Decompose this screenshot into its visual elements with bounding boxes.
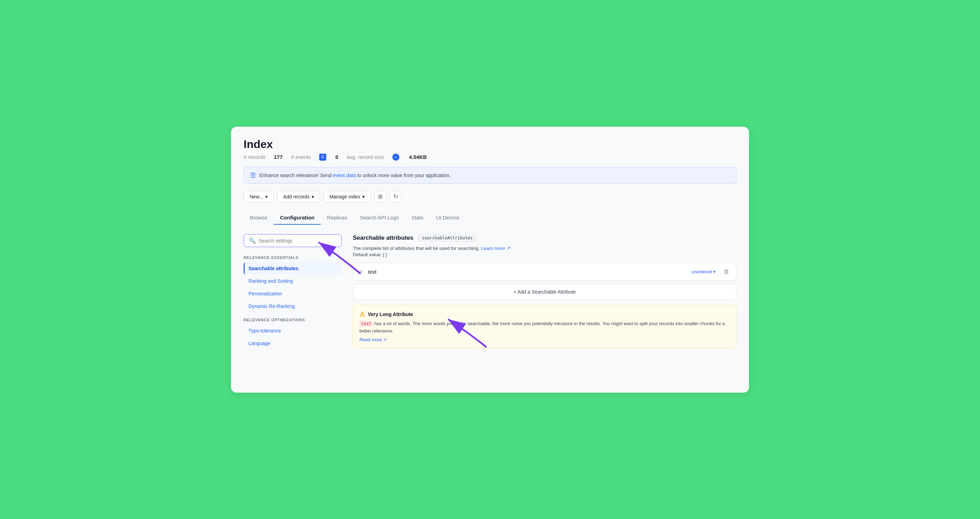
banner-icon: ☰ xyxy=(250,172,256,179)
read-more-link[interactable]: Read more ↗ xyxy=(360,337,387,342)
chevron-down-icon: ▾ xyxy=(713,269,716,274)
add-records-button[interactable]: Add records ▾ xyxy=(277,191,320,203)
tab-browse[interactable]: Browse xyxy=(243,211,274,224)
page-title: Index xyxy=(243,138,737,151)
event-data-link[interactable]: event data xyxy=(333,172,356,178)
main-container: Index # records 177 # events ☰ 0 avg. re… xyxy=(231,127,749,393)
search-settings-input[interactable] xyxy=(259,238,336,244)
sidebar-item-searchable-attributes[interactable]: Searchable attributes xyxy=(243,263,342,274)
warning-text: text has a lot of words. The more words … xyxy=(360,320,730,335)
tab-replicas[interactable]: Replicas xyxy=(321,211,353,224)
search-icon: 🔍 xyxy=(249,237,256,244)
search-settings-box: 🔍 xyxy=(243,234,342,247)
learn-more-link[interactable]: Learn more ↗ xyxy=(481,246,511,251)
section-badge: searchableAttributes xyxy=(418,234,477,242)
default-value: Default value: [ ] xyxy=(353,252,737,257)
drag-handle-icon[interactable]: ≡ xyxy=(360,268,363,275)
tabs: Browse Configuration Replicas Search API… xyxy=(243,211,737,224)
events-value: 0 xyxy=(335,154,338,160)
external-link-icon: ↗ xyxy=(383,337,387,342)
sidebar-item-dynamic-reranking[interactable]: Dynamic Re-Ranking xyxy=(243,300,342,312)
main-content: 🔍 RELEVANCE ESSENTIALS Searchable attrib… xyxy=(243,234,737,350)
tab-configuration[interactable]: Configuration xyxy=(274,211,321,224)
tab-stats[interactable]: Stats xyxy=(405,211,430,224)
relevance-essentials-label: RELEVANCE ESSENTIALS xyxy=(243,255,342,260)
tab-ui-demos[interactable]: UI Demos xyxy=(430,211,466,224)
chevron-down-icon: ▾ xyxy=(362,194,365,199)
content-area: Searchable attributes searchableAttribut… xyxy=(353,234,737,350)
event-banner: ☰ Enhance search relevance! Send event d… xyxy=(243,167,737,184)
verified-icon: ✓ xyxy=(392,154,399,161)
stats-row: # records 177 # events ☰ 0 avg. record s… xyxy=(243,154,737,161)
events-icon: ☰ xyxy=(319,154,326,161)
banner-text: Enhance search relevance! Send event dat… xyxy=(259,172,450,178)
sidebar-item-language[interactable]: Language xyxy=(243,338,342,349)
new-button[interactable]: New... ▾ xyxy=(243,191,274,203)
manage-index-button[interactable]: Manage index ▾ xyxy=(323,191,371,203)
toolbar: New... ▾ Add records ▾ Manage index ▾ ⊞ … xyxy=(243,191,737,203)
section-title: Searchable attributes xyxy=(353,234,414,242)
copy-button[interactable]: ⊞ xyxy=(374,191,386,203)
attribute-name: text xyxy=(368,269,686,275)
sidebar-item-ranking-sorting[interactable]: Ranking and Sorting xyxy=(243,275,342,287)
warning-box: ⚠ Very Long Attribute text has a lot of … xyxy=(353,305,737,348)
relevance-optimizations-label: RELEVANCE OPTIMIZATIONS xyxy=(243,318,342,322)
events-label: # events xyxy=(291,154,311,160)
avg-value: 4.54KB xyxy=(409,154,427,160)
sidebar-item-personalization[interactable]: Personalization xyxy=(243,288,342,299)
add-searchable-attribute-button[interactable]: + Add a Searchable Attribute xyxy=(353,284,737,299)
sidebar-item-typo-tolerance[interactable]: Typo-tolerance xyxy=(243,325,342,337)
warning-title: ⚠ Very Long Attribute xyxy=(360,310,730,318)
chevron-down-icon: ▾ xyxy=(265,194,268,199)
section-description: The complete list of attributes that wil… xyxy=(353,245,737,251)
chevron-down-icon: ▾ xyxy=(312,194,314,199)
avg-label: avg. record size xyxy=(347,154,384,160)
sidebar: 🔍 RELEVANCE ESSENTIALS Searchable attrib… xyxy=(243,234,342,350)
attribute-row: ≡ text unordered ▾ 🗑 xyxy=(353,263,737,281)
warning-code: text xyxy=(360,321,373,326)
warning-icon: ⚠ xyxy=(360,310,365,318)
order-dropdown[interactable]: unordered ▾ xyxy=(691,269,716,274)
records-value: 177 xyxy=(274,154,283,160)
refresh-button[interactable]: ↻ xyxy=(390,191,401,203)
section-header: Searchable attributes searchableAttribut… xyxy=(353,234,737,242)
tab-search-api-logs[interactable]: Search API Logs xyxy=(353,211,405,224)
records-label: # records xyxy=(243,154,266,160)
delete-attribute-button[interactable]: 🗑 xyxy=(724,268,730,275)
